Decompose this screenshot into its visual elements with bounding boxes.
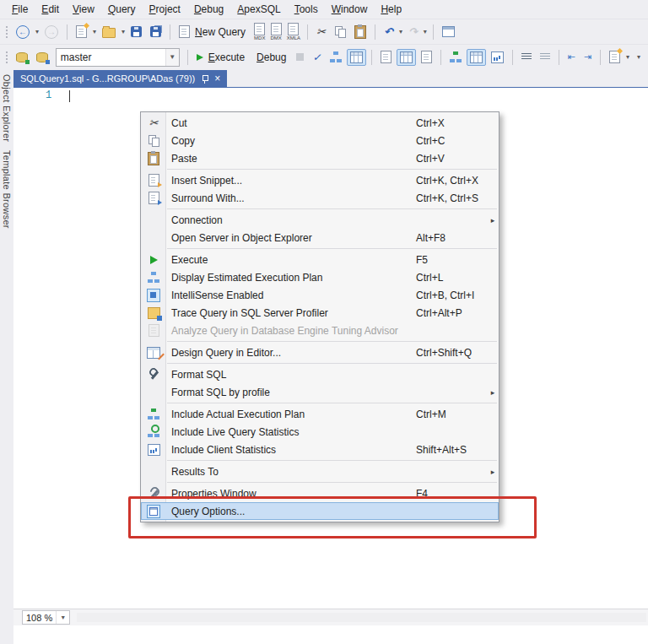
include-actual-plan-button[interactable]: [446, 49, 465, 65]
results-to-file-button[interactable]: [418, 48, 435, 66]
uncomment-button[interactable]: [537, 51, 554, 63]
toolbar-grip[interactable]: [5, 51, 8, 64]
docked-tab-template-browser[interactable]: Template Browser: [2, 150, 12, 229]
menu-item-open-server-in-object-explorer[interactable]: Open Server in Object ExplorerAlt+F8: [141, 229, 499, 246]
menu-project[interactable]: Project: [143, 1, 187, 18]
results-to-grid-button[interactable]: [397, 49, 416, 66]
save-button[interactable]: [127, 24, 145, 40]
menu-item-label: Surround With...: [166, 192, 416, 204]
parse-button[interactable]: [309, 49, 324, 66]
open-file-button[interactable]: [99, 23, 119, 41]
execute-button[interactable]: Execute: [193, 49, 250, 66]
paste-button[interactable]: [351, 23, 370, 41]
menu-item-label: Insert Snippet...: [166, 175, 416, 187]
menu-item-query-options[interactable]: Query Options...: [141, 502, 499, 520]
decrease-indent-button[interactable]: ⇤: [564, 50, 579, 64]
menu-help[interactable]: Help: [374, 1, 408, 18]
toolbar-grip[interactable]: [5, 25, 8, 39]
menu-edit[interactable]: Edit: [35, 1, 66, 18]
new-dmx-query-button[interactable]: DMX: [268, 22, 283, 41]
query-options-grid-button[interactable]: [467, 49, 486, 66]
menu-item-include-live-query-statistics[interactable]: Include Live Query Statistics: [141, 423, 499, 441]
snippets-dropdown-icon[interactable]: ▾: [625, 53, 630, 61]
menu-item-copy[interactable]: CopyCtrl+C: [141, 132, 499, 149]
redo-dropdown-icon[interactable]: ▾: [423, 28, 428, 35]
copy-button[interactable]: [331, 24, 349, 41]
menu-item-connection[interactable]: Connection▸: [141, 211, 499, 229]
new-query-button[interactable]: New Query: [176, 23, 251, 41]
menu-item-properties-window[interactable]: Properties WindowF4: [141, 484, 499, 502]
navigate-backward-dropdown-icon[interactable]: ▾: [35, 28, 40, 35]
comment-button[interactable]: [518, 51, 535, 63]
menu-item-label: Connection: [166, 214, 416, 226]
menu-item-cut[interactable]: CutCtrl+X: [141, 114, 499, 132]
format-sql-icon: [148, 369, 159, 380]
menu-view[interactable]: View: [66, 1, 101, 18]
connect-button[interactable]: [13, 50, 31, 65]
increase-indent-button[interactable]: ⇥: [580, 50, 595, 64]
new-xmla-query-button[interactable]: XMLA: [285, 22, 302, 41]
toolbar-overflow-button[interactable]: ▾: [632, 51, 645, 62]
query-type-label: MDX: [254, 36, 265, 41]
cut-icon: [316, 26, 326, 38]
open-file-dropdown-icon[interactable]: ▾: [121, 28, 126, 35]
navigate-forward-button[interactable]: →: [41, 23, 62, 41]
menu-item-trace-query-in-sql-server-profiler[interactable]: Trace Query in SQL Server ProfilerCtrl+A…: [141, 304, 499, 322]
menu-window[interactable]: Window: [325, 1, 375, 18]
new-file-dropdown-icon[interactable]: ▾: [92, 28, 97, 35]
display-estimated-plan-button[interactable]: [327, 49, 345, 65]
database-combobox[interactable]: master ▼: [56, 48, 180, 67]
menu-item-format-sql-by-profile[interactable]: Format SQL by profile▸: [141, 383, 499, 401]
horizontal-scrollbar[interactable]: [77, 613, 646, 622]
cancel-query-button[interactable]: [293, 51, 307, 63]
menu-item-insert-snippet[interactable]: Insert Snippet...Ctrl+K, Ctrl+X: [141, 171, 499, 189]
menu-item-results-to[interactable]: Results To▸: [141, 463, 499, 480]
zoom-control[interactable]: 108 % ▼: [22, 610, 70, 625]
menu-item-label: Analyze Query in Database Engine Tuning …: [166, 325, 416, 337]
menu-item-include-actual-execution-plan[interactable]: Include Actual Execution PlanCtrl+M: [141, 405, 499, 423]
new-mdx-query-button[interactable]: MDX: [252, 22, 267, 41]
live-stats-icon: [148, 426, 159, 437]
change-connection-button[interactable]: [33, 50, 51, 65]
activity-monitor-button[interactable]: [439, 24, 458, 40]
menu-item-design-query-in-editor[interactable]: Design Query in Editor...Ctrl+Shift+Q: [141, 344, 499, 361]
new-file-button[interactable]: [73, 23, 90, 41]
menu-item-display-estimated-execution-plan[interactable]: Display Estimated Execution PlanCtrl+L: [141, 268, 499, 286]
pin-icon[interactable]: [201, 74, 208, 84]
debug-button[interactable]: Debug: [251, 49, 291, 66]
menu-item-format-sql[interactable]: Format SQL: [141, 365, 499, 383]
cut-button[interactable]: [313, 24, 329, 41]
undo-button[interactable]: [381, 24, 397, 41]
menu-item-label: Include Live Query Statistics: [166, 426, 416, 438]
menu-item-surround-with[interactable]: Surround With...Ctrl+K, Ctrl+S: [141, 189, 499, 207]
menu-item-intellisense-enabled[interactable]: IntelliSense EnabledCtrl+B, Ctrl+I: [141, 286, 499, 304]
menu-item-include-client-statistics[interactable]: Include Client StatisticsShift+Alt+S: [141, 441, 499, 458]
menu-item-shortcut: Alt+F8: [416, 232, 487, 244]
docked-tab-object-explorer[interactable]: Object Explorer: [2, 74, 12, 142]
redo-button[interactable]: [405, 24, 421, 41]
undo-dropdown-icon[interactable]: ▾: [398, 28, 403, 35]
menu-tools[interactable]: Tools: [288, 1, 325, 18]
intellisense-toggle-button[interactable]: [347, 49, 366, 66]
menu-item-execute[interactable]: ExecuteF5: [141, 251, 499, 268]
snippets-button[interactable]: [606, 48, 624, 66]
new-query-label: New Query: [193, 26, 247, 38]
navigate-backward-button[interactable]: ←: [13, 23, 33, 41]
save-all-button[interactable]: [147, 24, 165, 40]
chevron-down-icon[interactable]: ▼: [165, 49, 179, 66]
menu-file[interactable]: File: [5, 1, 35, 18]
chevron-down-icon[interactable]: ▼: [56, 611, 69, 624]
menu-item-icon-cell: [141, 409, 166, 419]
client-statistics-button[interactable]: [488, 49, 507, 66]
close-icon[interactable]: ×: [214, 73, 220, 84]
document-tab[interactable]: SQLQuery1.sql - G...RGROUP\ADas (79)) ×: [14, 70, 227, 87]
menu-item-shortcut: F5: [416, 254, 487, 266]
menu-item-paste[interactable]: PasteCtrl+V: [141, 149, 499, 167]
window-frame-icon: [442, 26, 455, 37]
menu-item-shortcut: Ctrl+K, Ctrl+S: [416, 192, 487, 204]
menu-debug[interactable]: Debug: [187, 1, 230, 18]
menu-apexsql[interactable]: ApexSQL: [230, 1, 287, 18]
menu-query[interactable]: Query: [101, 1, 143, 18]
menu-item-shortcut: Ctrl+Shift+Q: [416, 347, 487, 359]
results-to-text-button[interactable]: [377, 48, 395, 66]
